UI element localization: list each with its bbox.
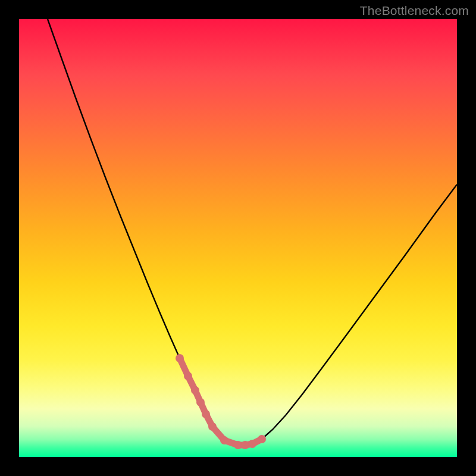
- highlight-dot-group: [176, 354, 266, 449]
- chart-frame: TheBottleneck.com: [0, 0, 476, 476]
- bottleneck-curve: [48, 19, 457, 445]
- highlight-dot: [248, 440, 256, 448]
- highlight-dot: [220, 436, 228, 444]
- highlight-dot: [176, 354, 184, 362]
- highlight-dot: [184, 372, 192, 380]
- highlight-dot: [196, 398, 205, 406]
- highlight-dot: [234, 441, 242, 449]
- highlight-dot: [241, 441, 249, 449]
- highlight-stroke: [180, 358, 262, 445]
- highlight-dot: [202, 410, 210, 418]
- watermark-text: TheBottleneck.com: [360, 4, 469, 18]
- plot-area: [19, 19, 457, 457]
- highlight-dot: [258, 435, 266, 443]
- curve-layer: [19, 19, 457, 457]
- highlight-dot: [208, 422, 217, 431]
- highlight-dot: [191, 386, 199, 394]
